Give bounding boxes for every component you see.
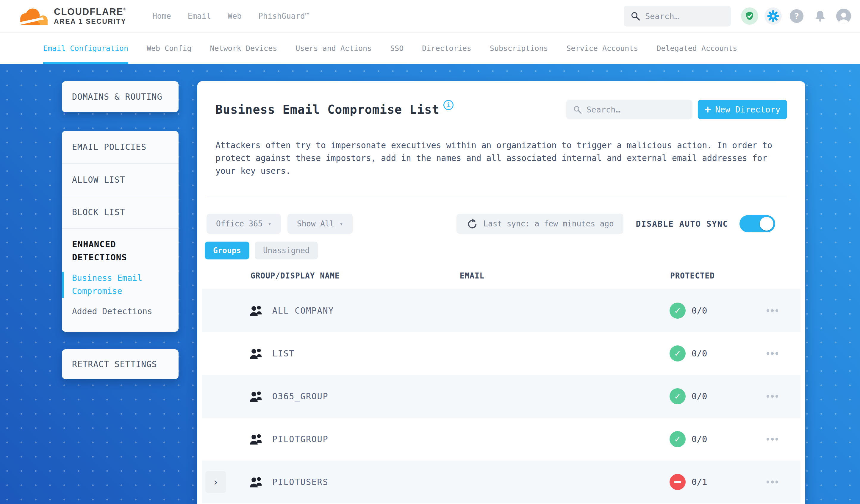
tab-web-config[interactable]: Web Config (147, 33, 192, 64)
top-bar: CLOUDFLARE® AREA 1 SECURITY Home Email W… (0, 0, 860, 33)
group-icon-cell (249, 476, 272, 488)
top-nav: Home Email Web PhishGuard™ (152, 12, 310, 20)
sidebar-item-retract-settings[interactable]: RETRACT SETTINGS (62, 349, 178, 379)
sidebar-item-added-detections[interactable]: Added Detections (72, 305, 169, 318)
list-search-input[interactable] (587, 105, 686, 114)
tab-sso[interactable]: SSO (390, 33, 403, 64)
sidebar-item-block-list[interactable]: BLOCK LIST (62, 196, 178, 228)
protected-count: 0/1 (691, 477, 707, 487)
more-actions-icon[interactable] (766, 438, 779, 441)
info-icon[interactable] (443, 100, 454, 110)
header-actions: New Directory (566, 100, 787, 119)
sidebar-label: DOMAINS & ROUTING (72, 92, 162, 102)
filter-toolbar: Office 365 Show All Last sync: a few min… (206, 214, 787, 234)
protected-check-icon (670, 431, 686, 447)
tab-subscriptions[interactable]: Subscriptions (490, 33, 548, 64)
account-user-icon[interactable] (835, 8, 852, 25)
tab-email-configuration[interactable]: Email Configuration (43, 33, 128, 64)
list-search[interactable] (566, 100, 692, 119)
table-row[interactable]: ALL COMPANY 0/0 (202, 289, 801, 332)
expand-chevron-button[interactable] (205, 471, 226, 493)
tab-directories[interactable]: Directories (422, 33, 471, 64)
more-actions-icon[interactable] (766, 480, 779, 484)
new-directory-button[interactable]: New Directory (698, 100, 787, 119)
protected-check-icon (670, 345, 686, 361)
directory-select[interactable]: Office 365 (206, 214, 281, 234)
table-header: GROUP/DISPLAY NAME EMAIL PROTECTED (202, 259, 801, 289)
protected-count: 0/0 (691, 391, 707, 401)
group-users-icon (249, 390, 264, 402)
view-tab-groups[interactable]: Groups (205, 242, 249, 259)
table-row[interactable]: LIST 0/0 (202, 332, 801, 375)
actions-cell (744, 352, 801, 355)
view-tab-unassigned[interactable]: Unassigned (255, 242, 318, 259)
notifications-bell-icon[interactable] (812, 8, 829, 25)
protected-check-icon (670, 303, 686, 319)
main-panel: Business Email Compromise List New Direc… (197, 81, 805, 504)
protected-check-icon (670, 388, 686, 404)
sidebar-item-allow-list[interactable]: ALLOW LIST (62, 163, 178, 196)
group-users-icon (249, 347, 264, 359)
search-icon (630, 11, 640, 21)
more-actions-icon[interactable] (766, 352, 779, 355)
auto-sync-label: DISABLE AUTO SYNC (636, 219, 728, 229)
actions-cell (744, 438, 801, 441)
protected-cell: 0/0 (670, 303, 744, 319)
view-tabs: Groups Unassigned (205, 242, 787, 259)
table-row[interactable]: PILOTGROUP 0/0 (202, 418, 801, 461)
cloudflare-logo[interactable]: CLOUDFLARE® AREA 1 SECURITY (16, 7, 127, 25)
tab-service-accounts[interactable]: Service Accounts (567, 33, 638, 64)
sidebar-enhanced-detections-section: ENHANCED DETECTIONS Business Email Compr… (62, 228, 178, 323)
topnav-email[interactable]: Email (188, 12, 211, 20)
plus-icon (705, 104, 711, 115)
global-search-input[interactable] (645, 12, 724, 21)
protected-cell: 0/0 (670, 345, 744, 361)
panel-header: Business Email Compromise List New Direc… (215, 100, 787, 119)
group-icon-cell (249, 347, 272, 359)
topnav-home[interactable]: Home (152, 12, 171, 20)
actions-cell (744, 480, 801, 484)
sidebar-email-policies-card: EMAIL POLICIES ALLOW LIST BLOCK LIST ENH… (62, 131, 178, 332)
global-search[interactable] (624, 6, 731, 27)
topnav-phishguard[interactable]: PhishGuard™ (258, 12, 310, 20)
toggle-knob (760, 217, 773, 231)
protected-cell: 0/1 (670, 474, 744, 490)
topnav-web[interactable]: Web (228, 12, 242, 20)
group-name: ALL COMPANY (272, 306, 460, 316)
show-filter-select[interactable]: Show All (287, 214, 353, 234)
more-actions-icon[interactable] (766, 309, 779, 312)
group-name: PILOTUSERS (272, 477, 460, 487)
group-users-icon (249, 433, 264, 445)
table-row[interactable]: O365_GROUP 0/0 (202, 375, 801, 418)
auto-sync-toggle[interactable] (740, 215, 775, 232)
sidebar-label: RETRACT SETTINGS (72, 359, 157, 369)
group-name: LIST (272, 349, 460, 359)
section-tabs: Email Configuration Web Config Network D… (0, 33, 860, 64)
protected-count: 0/0 (691, 305, 707, 316)
help-icon[interactable] (788, 8, 805, 25)
registered-mark: ® (124, 7, 127, 11)
brand-line1: CLOUDFLARE® (54, 7, 127, 17)
groups-table: GROUP/DISPLAY NAME EMAIL PROTECTED ALL C… (202, 259, 801, 503)
protected-count: 0/0 (691, 348, 707, 359)
sidebar-item-domains-routing[interactable]: DOMAINS & ROUTING (62, 81, 178, 112)
directory-select-value: Office 365 (216, 219, 263, 228)
sidebar-item-email-policies[interactable]: EMAIL POLICIES (62, 131, 178, 163)
refresh-sync-icon (466, 218, 477, 229)
group-icon-cell (249, 305, 272, 317)
last-sync-button[interactable]: Last sync: a few minutes ago (457, 214, 623, 234)
sidebar-item-business-email-compromise[interactable]: Business Email Compromise (62, 272, 169, 298)
last-sync-text: Last sync: a few minutes ago (483, 219, 614, 228)
tab-users-and-actions[interactable]: Users and Actions (296, 33, 372, 64)
settings-gear-icon[interactable] (764, 8, 782, 25)
sidebar-item-enhanced-detections[interactable]: ENHANCED DETECTIONS (72, 238, 169, 264)
table-row[interactable]: PILOTUSERS 0/1 (202, 461, 801, 503)
more-actions-icon[interactable] (766, 395, 779, 398)
tab-delegated-accounts[interactable]: Delegated Accounts (657, 33, 737, 64)
security-shield-icon[interactable] (741, 8, 758, 25)
tab-network-devices[interactable]: Network Devices (210, 33, 277, 64)
protected-cell: 0/0 (670, 388, 744, 404)
cloudflare-cloud-icon (16, 7, 50, 25)
page-title: Business Email Compromise List (215, 103, 439, 116)
group-icon-cell (249, 390, 272, 402)
